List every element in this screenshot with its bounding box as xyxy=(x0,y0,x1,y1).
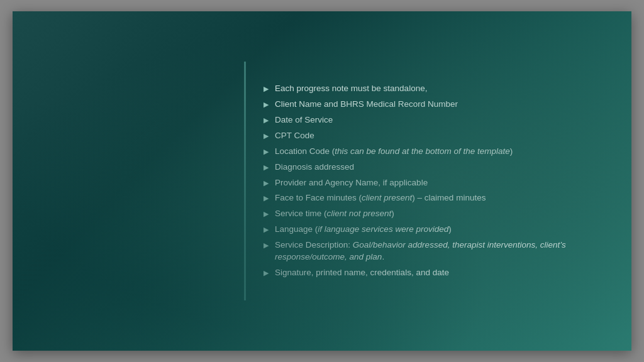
right-panel: ▶Each progress note must be standalone,▶… xyxy=(251,64,631,298)
bullet-text: Provider and Agency Name, if applicable xyxy=(275,177,613,189)
list-item: ▶CPT Code xyxy=(264,130,613,142)
bullet-list: ▶Each progress note must be standalone,▶… xyxy=(264,83,613,279)
vertical-divider xyxy=(244,62,246,300)
bullet-arrow-icon: ▶ xyxy=(264,241,269,250)
bullet-text: Each progress note must be standalone, xyxy=(275,83,613,95)
bullet-text: Client Name and BHRS Medical Record Numb… xyxy=(275,99,613,111)
list-item: ▶Face to Face minutes (client present) –… xyxy=(264,192,613,204)
bullet-arrow-icon: ▶ xyxy=(264,163,269,172)
left-panel xyxy=(13,140,239,222)
bullet-text: Signature, printed name, credentials, an… xyxy=(275,267,613,279)
bullet-text: CPT Code xyxy=(275,130,613,142)
slide: ▶Each progress note must be standalone,▶… xyxy=(13,11,631,351)
bullet-arrow-icon: ▶ xyxy=(264,178,269,188)
bullet-arrow-icon: ▶ xyxy=(264,225,269,234)
bullet-arrow-icon: ▶ xyxy=(264,116,269,125)
bullet-arrow-icon: ▶ xyxy=(264,131,269,141)
list-item: ▶Provider and Agency Name, if applicable xyxy=(264,177,613,189)
bullet-text: Diagnosis addressed xyxy=(275,162,613,173)
list-item: ▶Signature, printed name, credentials, a… xyxy=(264,267,613,279)
bullet-arrow-icon: ▶ xyxy=(264,84,269,94)
bullet-arrow-icon: ▶ xyxy=(264,100,269,109)
bullet-text: Service Description: Goal/behavior addre… xyxy=(275,239,613,263)
bullet-arrow-icon: ▶ xyxy=(264,268,269,278)
list-item: ▶Service Description: Goal/behavior addr… xyxy=(264,239,613,263)
bullet-text: Language (if language services were prov… xyxy=(275,224,613,236)
list-item: ▶Client Name and BHRS Medical Record Num… xyxy=(264,99,613,111)
list-item: ▶Each progress note must be standalone, xyxy=(264,83,613,95)
list-item: ▶Location Code (this can be found at the… xyxy=(264,146,613,158)
bullet-text: Face to Face minutes (client present) – … xyxy=(275,192,613,204)
bullet-arrow-icon: ▶ xyxy=(264,147,269,156)
list-item: ▶Service time (client not present) xyxy=(264,208,613,220)
bullet-arrow-icon: ▶ xyxy=(264,194,269,203)
bullet-text: Location Code (this can be found at the … xyxy=(275,146,613,158)
bullet-text: Date of Service xyxy=(275,114,613,126)
bullet-arrow-icon: ▶ xyxy=(264,209,269,219)
bullet-text: Service time (client not present) xyxy=(275,208,613,220)
list-item: ▶Date of Service xyxy=(264,114,613,126)
list-item: ▶Diagnosis addressed xyxy=(264,162,613,173)
list-item: ▶Language (if language services were pro… xyxy=(264,224,613,236)
